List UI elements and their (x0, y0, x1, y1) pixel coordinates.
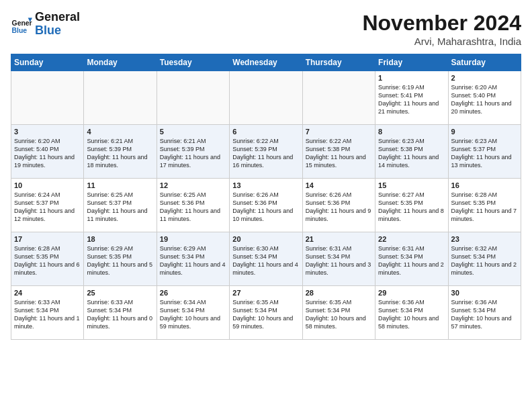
day-info: Sunrise: 6:26 AM Sunset: 5:36 PM Dayligh… (306, 191, 372, 224)
title-block: November 2024 Arvi, Maharashtra, India (362, 11, 521, 47)
day-info: Sunrise: 6:23 AM Sunset: 5:37 PM Dayligh… (451, 137, 518, 170)
day-number: 28 (306, 289, 372, 297)
day-info: Sunrise: 6:31 AM Sunset: 5:34 PM Dayligh… (306, 244, 372, 277)
calendar-cell (230, 71, 302, 125)
day-number: 16 (451, 181, 518, 189)
dow-header-wednesday: Wednesday (230, 54, 302, 71)
day-number: 29 (378, 289, 445, 297)
calendar-cell: 2Sunrise: 6:20 AM Sunset: 5:40 PM Daylig… (448, 71, 521, 125)
day-number: 24 (14, 289, 81, 297)
day-info: Sunrise: 6:33 AM Sunset: 5:34 PM Dayligh… (14, 298, 81, 331)
day-number: 11 (87, 181, 153, 189)
calendar-cell: 12Sunrise: 6:25 AM Sunset: 5:36 PM Dayli… (157, 179, 229, 232)
calendar-cell: 9Sunrise: 6:23 AM Sunset: 5:37 PM Daylig… (448, 125, 521, 179)
calendar-cell: 25Sunrise: 6:33 AM Sunset: 5:34 PM Dayli… (84, 286, 157, 340)
day-number: 13 (232, 181, 299, 189)
calendar-cell: 15Sunrise: 6:27 AM Sunset: 5:35 PM Dayli… (375, 179, 448, 232)
day-info: Sunrise: 6:36 AM Sunset: 5:34 PM Dayligh… (378, 298, 445, 331)
day-number: 5 (160, 128, 226, 136)
day-info: Sunrise: 6:36 AM Sunset: 5:34 PM Dayligh… (451, 298, 518, 331)
calendar-week-5: 24Sunrise: 6:33 AM Sunset: 5:34 PM Dayli… (11, 286, 521, 340)
day-number: 3 (14, 128, 81, 136)
page: General Blue General Blue November 2024 … (0, 0, 532, 411)
day-info: Sunrise: 6:28 AM Sunset: 5:35 PM Dayligh… (14, 244, 81, 277)
calendar-cell: 5Sunrise: 6:21 AM Sunset: 5:39 PM Daylig… (157, 125, 229, 179)
calendar-cell (302, 71, 375, 125)
day-info: Sunrise: 6:29 AM Sunset: 5:35 PM Dayligh… (87, 244, 153, 277)
calendar-cell: 27Sunrise: 6:35 AM Sunset: 5:34 PM Dayli… (230, 286, 302, 340)
day-info: Sunrise: 6:27 AM Sunset: 5:35 PM Dayligh… (378, 191, 445, 224)
calendar-cell: 1Sunrise: 6:19 AM Sunset: 5:41 PM Daylig… (375, 71, 448, 125)
day-number: 14 (306, 181, 372, 189)
calendar-cell: 18Sunrise: 6:29 AM Sunset: 5:35 PM Dayli… (84, 232, 157, 286)
calendar-cell: 17Sunrise: 6:28 AM Sunset: 5:35 PM Dayli… (11, 232, 84, 286)
day-info: Sunrise: 6:30 AM Sunset: 5:34 PM Dayligh… (232, 244, 299, 277)
day-number: 27 (232, 289, 299, 297)
day-info: Sunrise: 6:21 AM Sunset: 5:39 PM Dayligh… (87, 137, 153, 170)
day-info: Sunrise: 6:28 AM Sunset: 5:35 PM Dayligh… (451, 191, 518, 224)
calendar-cell (11, 71, 84, 125)
day-number: 6 (232, 128, 299, 136)
calendar-cell (157, 71, 229, 125)
logo: General Blue General Blue (11, 11, 80, 38)
day-number: 10 (14, 181, 81, 189)
day-info: Sunrise: 6:26 AM Sunset: 5:36 PM Dayligh… (232, 191, 299, 224)
svg-text:General: General (12, 19, 32, 26)
day-info: Sunrise: 6:29 AM Sunset: 5:34 PM Dayligh… (160, 244, 226, 277)
calendar-cell: 6Sunrise: 6:22 AM Sunset: 5:39 PM Daylig… (230, 125, 302, 179)
calendar-cell: 11Sunrise: 6:25 AM Sunset: 5:37 PM Dayli… (84, 179, 157, 232)
dow-header-tuesday: Tuesday (157, 54, 229, 71)
day-number: 22 (378, 235, 445, 243)
calendar-cell: 23Sunrise: 6:32 AM Sunset: 5:34 PM Dayli… (448, 232, 521, 286)
logo-general: General (35, 11, 80, 24)
day-info: Sunrise: 6:25 AM Sunset: 5:36 PM Dayligh… (160, 191, 226, 224)
calendar-week-3: 10Sunrise: 6:24 AM Sunset: 5:37 PM Dayli… (11, 179, 521, 232)
day-info: Sunrise: 6:19 AM Sunset: 5:41 PM Dayligh… (378, 83, 445, 116)
calendar-cell: 21Sunrise: 6:31 AM Sunset: 5:34 PM Dayli… (302, 232, 375, 286)
day-info: Sunrise: 6:34 AM Sunset: 5:34 PM Dayligh… (160, 298, 226, 331)
calendar-cell: 29Sunrise: 6:36 AM Sunset: 5:34 PM Dayli… (375, 286, 448, 340)
calendar-cell: 20Sunrise: 6:30 AM Sunset: 5:34 PM Dayli… (230, 232, 302, 286)
calendar-cell: 4Sunrise: 6:21 AM Sunset: 5:39 PM Daylig… (84, 125, 157, 179)
calendar-body: 1Sunrise: 6:19 AM Sunset: 5:41 PM Daylig… (11, 71, 521, 340)
dow-header-friday: Friday (375, 54, 448, 71)
calendar-cell: 14Sunrise: 6:26 AM Sunset: 5:36 PM Dayli… (302, 179, 375, 232)
day-number: 19 (160, 235, 226, 243)
day-info: Sunrise: 6:31 AM Sunset: 5:34 PM Dayligh… (378, 244, 445, 277)
location: Arvi, Maharashtra, India (362, 36, 521, 47)
calendar-cell: 10Sunrise: 6:24 AM Sunset: 5:37 PM Dayli… (11, 179, 84, 232)
calendar-cell: 30Sunrise: 6:36 AM Sunset: 5:34 PM Dayli… (448, 286, 521, 340)
calendar-cell: 7Sunrise: 6:22 AM Sunset: 5:38 PM Daylig… (302, 125, 375, 179)
day-of-week-row: SundayMondayTuesdayWednesdayThursdayFrid… (11, 54, 521, 71)
dow-header-thursday: Thursday (302, 54, 375, 71)
calendar-cell: 22Sunrise: 6:31 AM Sunset: 5:34 PM Dayli… (375, 232, 448, 286)
day-info: Sunrise: 6:22 AM Sunset: 5:38 PM Dayligh… (306, 137, 372, 170)
day-number: 4 (87, 128, 153, 136)
header: General Blue General Blue November 2024 … (11, 11, 521, 47)
day-info: Sunrise: 6:32 AM Sunset: 5:34 PM Dayligh… (451, 244, 518, 277)
calendar-cell: 26Sunrise: 6:34 AM Sunset: 5:34 PM Dayli… (157, 286, 229, 340)
calendar-week-2: 3Sunrise: 6:20 AM Sunset: 5:40 PM Daylig… (11, 125, 521, 179)
dow-header-monday: Monday (84, 54, 157, 71)
calendar-cell: 16Sunrise: 6:28 AM Sunset: 5:35 PM Dayli… (448, 179, 521, 232)
day-number: 7 (306, 128, 372, 136)
logo-icon: General Blue (11, 13, 32, 35)
day-info: Sunrise: 6:20 AM Sunset: 5:40 PM Dayligh… (14, 137, 81, 170)
day-number: 26 (160, 289, 226, 297)
calendar-cell: 3Sunrise: 6:20 AM Sunset: 5:40 PM Daylig… (11, 125, 84, 179)
calendar-week-1: 1Sunrise: 6:19 AM Sunset: 5:41 PM Daylig… (11, 71, 521, 125)
day-info: Sunrise: 6:20 AM Sunset: 5:40 PM Dayligh… (451, 83, 518, 116)
calendar-week-4: 17Sunrise: 6:28 AM Sunset: 5:35 PM Dayli… (11, 232, 521, 286)
calendar-cell: 19Sunrise: 6:29 AM Sunset: 5:34 PM Dayli… (157, 232, 229, 286)
day-info: Sunrise: 6:23 AM Sunset: 5:38 PM Dayligh… (378, 137, 445, 170)
day-number: 25 (87, 289, 153, 297)
calendar-cell: 28Sunrise: 6:35 AM Sunset: 5:34 PM Dayli… (302, 286, 375, 340)
day-number: 1 (378, 74, 445, 82)
day-number: 9 (451, 128, 518, 136)
day-info: Sunrise: 6:21 AM Sunset: 5:39 PM Dayligh… (160, 137, 226, 170)
svg-text:Blue: Blue (12, 27, 28, 34)
month-title: November 2024 (362, 11, 521, 36)
day-number: 8 (378, 128, 445, 136)
day-info: Sunrise: 6:35 AM Sunset: 5:34 PM Dayligh… (232, 298, 299, 331)
dow-header-sunday: Sunday (11, 54, 84, 71)
